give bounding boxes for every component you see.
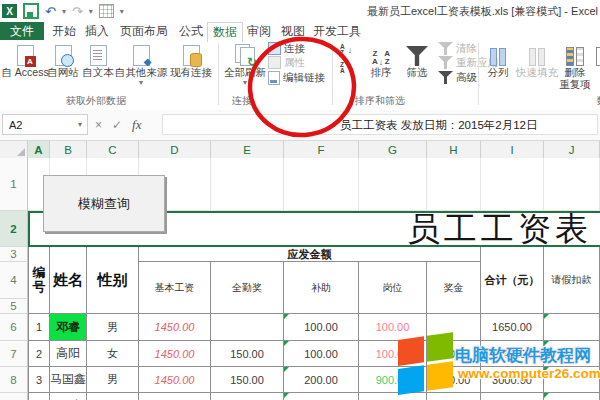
header-cell-total[interactable]: 合计（元） <box>481 247 544 314</box>
advanced-filter-button[interactable]: 高级 <box>438 71 477 84</box>
row-header-3[interactable]: 3 <box>0 247 28 262</box>
column-header-j[interactable]: J <box>544 141 600 158</box>
header-cell-payable[interactable]: 应发金额 <box>139 247 481 262</box>
cell-leave[interactable] <box>544 341 600 367</box>
undo-dropdown-icon[interactable]: ▾ <box>62 7 66 16</box>
enter-icon[interactable]: ✓ <box>112 118 122 132</box>
cell-no[interactable]: 2 <box>28 341 50 367</box>
cell-base[interactable]: 1450.00 <box>139 393 211 400</box>
cell-gender[interactable]: 男 <box>87 367 139 393</box>
cell[interactable] <box>211 158 284 211</box>
select-all-button[interactable] <box>0 141 28 158</box>
cell-no[interactable]: 4 <box>28 393 50 400</box>
cell-base[interactable]: 1450.00 <box>139 314 211 341</box>
filter-button[interactable]: 筛选 <box>400 42 434 78</box>
cell-no[interactable]: 3 <box>28 367 50 393</box>
cell-bonus[interactable] <box>427 314 481 341</box>
cell-gender[interactable]: 女 <box>87 341 139 367</box>
sort-button[interactable]: ZA ↓ AZ 排序 <box>364 42 398 78</box>
cell-post[interactable]: 700.00 <box>359 393 427 400</box>
header-cell-bonus[interactable]: 奖金 <box>427 262 481 314</box>
cell-base[interactable]: 1450.00 <box>139 341 211 367</box>
cell-gender[interactable]: 男 <box>87 314 139 341</box>
tab-home[interactable]: 开始 <box>48 22 80 40</box>
cell[interactable] <box>544 158 600 211</box>
insert-function-icon[interactable]: fx <box>132 117 141 133</box>
cell[interactable] <box>427 158 481 211</box>
cell-post[interactable]: 900.00 <box>359 367 427 393</box>
cancel-icon[interactable]: × <box>95 118 102 132</box>
cell-subsidy[interactable]: 100.00 <box>284 393 359 400</box>
refresh-all-dropdown-icon[interactable]: ▾ <box>243 78 247 87</box>
fuzzy-query-button[interactable]: 模糊查询 <box>43 175 165 232</box>
cell-name[interactable]: 高阳 <box>50 341 87 367</box>
edit-links-button[interactable]: 编辑链接 <box>268 71 325 84</box>
sort-descending-button[interactable]: ZA ↓ <box>340 61 352 74</box>
cell-attendance[interactable] <box>211 314 284 341</box>
cell-subsidy[interactable]: 100.00 <box>284 341 359 367</box>
header-cell-id[interactable]: 编号 <box>28 247 50 314</box>
column-header-f[interactable]: F <box>284 141 359 158</box>
cell-base[interactable]: 1450.00 <box>139 367 211 393</box>
row-header-7[interactable]: 7 <box>0 341 28 367</box>
cell-leave[interactable] <box>544 367 600 393</box>
cell-bonus[interactable]: 300.00 <box>427 367 481 393</box>
column-header-b[interactable]: B <box>50 141 87 158</box>
header-cell-name[interactable]: 姓名 <box>50 247 87 314</box>
header-cell-leave-deduction[interactable]: 请假扣款 <box>544 247 600 314</box>
cell-post[interactable]: 100.00 <box>359 314 427 341</box>
from-web-button[interactable]: 自网站 <box>46 42 80 78</box>
tab-developer[interactable]: 开发工具 <box>312 22 362 40</box>
from-other-sources-button[interactable]: ◆ 自其他来源 ▾ <box>116 42 166 87</box>
cell-total[interactable]: 2100.00 <box>481 341 544 367</box>
tab-file[interactable]: 文件 <box>0 22 44 40</box>
column-header-i[interactable]: I <box>481 141 544 158</box>
cell-total[interactable]: 3000.00 <box>481 367 544 393</box>
cell-attendance[interactable]: 150.00 <box>211 393 284 400</box>
cell-name-selected[interactable]: 邓睿 <box>50 314 87 341</box>
data-validation-button[interactable] <box>594 42 600 66</box>
existing-connections-button[interactable]: 现有连接 <box>168 42 214 78</box>
column-header-e[interactable]: E <box>211 141 284 158</box>
refresh-all-button[interactable]: ↻ 全部刷新 ▾ <box>222 42 268 87</box>
qat-customize-icon[interactable]: ▾ <box>120 7 124 16</box>
row-header-6[interactable]: 6 <box>0 314 28 341</box>
from-text-button[interactable]: 自文本 <box>82 42 114 78</box>
cell-bonus[interactable]: 300.00 <box>427 341 481 367</box>
from-access-button[interactable]: A 自 Access <box>6 42 44 78</box>
cell-total[interactable]: 1650.00 <box>481 314 544 341</box>
text-to-columns-button[interactable]: 分列 <box>482 42 514 78</box>
column-header-a[interactable]: A <box>28 141 50 158</box>
connections-button[interactable]: 连接 <box>268 42 305 55</box>
header-cell-subsidy[interactable]: 补助 <box>284 262 359 314</box>
other-sources-dropdown-icon[interactable]: ▾ <box>139 78 143 87</box>
cell-gender[interactable]: 男 <box>87 393 139 400</box>
column-header-g[interactable]: G <box>359 141 427 158</box>
header-cell-post[interactable]: 岗位 <box>359 262 427 314</box>
save-icon[interactable] <box>23 3 39 19</box>
cell-subsidy[interactable]: 200.00 <box>284 367 359 393</box>
cell-post[interactable]: 100.00 <box>359 341 427 367</box>
tab-review[interactable]: 审阅 <box>244 22 274 40</box>
row-header-5[interactable]: 5 <box>0 299 28 314</box>
cell-total[interactable]: 2700.00 <box>481 393 544 400</box>
name-box-dropdown-icon[interactable]: ▾ <box>78 120 82 129</box>
cell-leave[interactable] <box>544 393 600 400</box>
row-header-8[interactable]: 8 <box>0 367 28 393</box>
cell-name[interactable]: 马国鑫 <box>50 367 87 393</box>
tab-view[interactable]: 视图 <box>278 22 308 40</box>
touch-mode-icon[interactable] <box>99 4 114 18</box>
cell[interactable] <box>284 158 359 211</box>
row-header-4[interactable]: 4 <box>0 262 28 299</box>
column-header-c[interactable]: C <box>87 141 139 158</box>
cell[interactable] <box>481 158 544 211</box>
row-header-2[interactable]: 2 <box>0 211 28 247</box>
row-header-1[interactable]: 1 <box>0 158 28 211</box>
cell-subsidy[interactable]: 100.00 <box>284 314 359 341</box>
cell-leave[interactable] <box>544 314 600 341</box>
tab-formulas[interactable]: 公式 <box>176 22 206 40</box>
undo-icon[interactable]: ↶ <box>45 5 56 18</box>
cell-bonus[interactable]: 300.00 <box>427 393 481 400</box>
tab-page-layout[interactable]: 页面布局 <box>114 22 174 40</box>
column-header-d[interactable]: D <box>139 141 211 158</box>
